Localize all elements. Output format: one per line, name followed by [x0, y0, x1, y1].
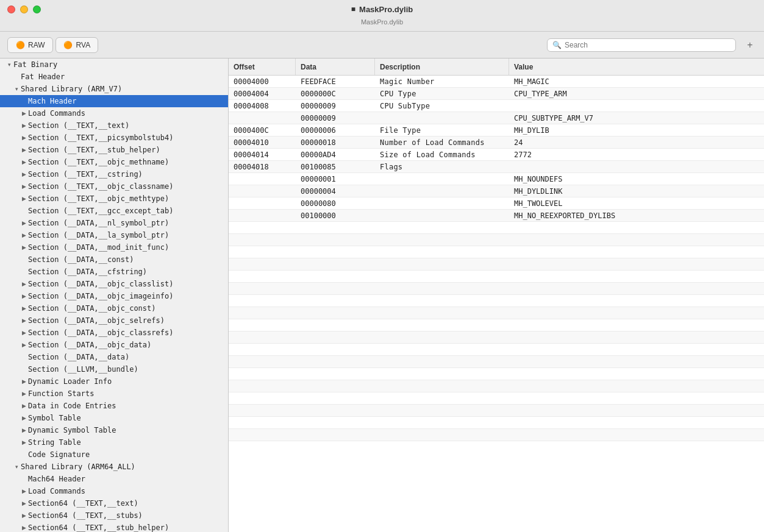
minimize-button[interactable] [20, 5, 28, 13]
sidebar-item-dynamic-loader-info[interactable]: ▶Dynamic Loader Info [0, 375, 228, 388]
cell-data [296, 417, 375, 428]
cell-offset [229, 319, 296, 331]
table-row[interactable] [229, 319, 764, 332]
table-row[interactable] [229, 417, 764, 429]
table-row[interactable] [229, 246, 764, 258]
search-input[interactable] [565, 41, 730, 49]
sidebar-item-section-text-objc-methtype[interactable]: ▶Section (__TEXT,__objc_methtype) [0, 193, 228, 205]
table-row[interactable]: 0000400800000009CPU SubType [229, 100, 764, 112]
rva-button[interactable]: 🟠 RVA [55, 37, 99, 53]
table-row[interactable] [229, 429, 764, 441]
sidebar-item-section-data-objc-selrefs[interactable]: ▶Section (__DATA,__objc_selrefs) [0, 314, 228, 327]
table-row[interactable]: 00100000MH_NO_REEXPORTED_DYLIBS [229, 210, 764, 222]
sidebar-item-load-commands-64[interactable]: ▶Load Commands [0, 485, 228, 497]
sidebar-item-section-text-objc-methname[interactable]: ▶Section (__TEXT,__objc_methname) [0, 156, 228, 168]
sidebar-item-section64-text-text[interactable]: ▶Section64 (__TEXT,__text) [0, 497, 228, 509]
sidebar-item-section-data-objc-classlist[interactable]: ▶Section (__DATA,__objc_classlist) [0, 278, 228, 290]
table-row[interactable]: 0000401000000018Number of Load Commands2… [229, 137, 764, 149]
cell-data: 00000018 [296, 137, 375, 148]
table-row[interactable] [229, 283, 764, 295]
close-button[interactable] [7, 5, 15, 13]
sidebar-item-shared-library-arm64-all[interactable]: ▾Shared Library (ARM64_ALL) [0, 461, 228, 473]
sidebar-item-mach64-header[interactable]: Mach64 Header [0, 473, 228, 485]
cell-offset [229, 234, 296, 246]
sidebar-item-section-data-mod-init-func[interactable]: ▶Section (__DATA,__mod_init_func) [0, 241, 228, 254]
cell-data [296, 222, 375, 233]
cell-offset [229, 392, 296, 404]
table-row[interactable]: 0000401800100085Flags [229, 161, 764, 173]
sidebar-item-string-table[interactable]: ▶String Table [0, 436, 228, 449]
table-row[interactable] [229, 234, 764, 246]
cell-offset [229, 222, 296, 233]
chevron-icon: ▶ [20, 438, 28, 447]
cell-value [509, 392, 764, 404]
sidebar-item-fat-binary[interactable]: ▾Fat Binary [0, 59, 228, 71]
table-row[interactable] [229, 271, 764, 283]
sidebar-item-fat-header[interactable]: Fat Header [0, 71, 228, 83]
table-row[interactable] [229, 307, 764, 319]
cell-description [375, 417, 509, 428]
table-row[interactable] [229, 222, 764, 234]
table-row[interactable]: 0000401400000AD4Size of Load Commands277… [229, 149, 764, 161]
sidebar-item-section-text-gcc-except-tab[interactable]: Section (__TEXT,__gcc_except_tab) [0, 205, 228, 217]
sidebar-item-dynamic-symbol-table[interactable]: ▶Dynamic Symbol Table [0, 424, 228, 436]
sidebar-item-symbol-table[interactable]: ▶Symbol Table [0, 412, 228, 424]
table-row[interactable]: 0000400C00000006File TypeMH_DYLIB [229, 124, 764, 137]
sidebar-item-section-data-objc-data[interactable]: ▶Section (__DATA,__objc_data) [0, 339, 228, 351]
chevron-icon: ▶ [20, 511, 28, 520]
sidebar-item-section64-text-stubs[interactable]: ▶Section64 (__TEXT,__stubs) [0, 509, 228, 522]
sidebar-item-section-data-la-symbol-ptr[interactable]: ▶Section (__DATA,__la_symbol_ptr) [0, 229, 228, 241]
cell-description [375, 222, 509, 233]
cell-data: 00000001 [296, 173, 375, 185]
sidebar-item-section-data-objc-classrefs[interactable]: ▶Section (__DATA,__objc_classrefs) [0, 327, 228, 339]
table-row[interactable] [229, 356, 764, 368]
sidebar-item-section-text-cstring[interactable]: ▶Section (__TEXT,__cstring) [0, 168, 228, 180]
sidebar-item-section-data-data[interactable]: Section (__DATA,__data) [0, 351, 228, 363]
table-row[interactable]: 00000009CPU_SUBTYPE_ARM_V7 [229, 112, 764, 124]
sidebar-item-data-in-code-entries[interactable]: ▶Data in Code Entries [0, 400, 228, 412]
sidebar-item-mach-header[interactable]: Mach Header [0, 95, 228, 107]
table-row[interactable] [229, 258, 764, 271]
chevron-icon: ▾ [5, 60, 13, 69]
sidebar-item-section-text-objc-classname[interactable]: ▶Section (__TEXT,__objc_classname) [0, 180, 228, 193]
table-row[interactable]: 00000001MH_NOUNDEFS [229, 173, 764, 185]
sidebar-item-section-text-stub-helper[interactable]: ▶Section (__TEXT,__stub_helper) [0, 144, 228, 156]
cell-value [509, 380, 764, 392]
table-row[interactable]: 00000080MH_TWOLEVEL [229, 197, 764, 210]
raw-button[interactable]: 🟠 RAW [7, 37, 53, 53]
chevron-icon: ▶ [20, 219, 28, 227]
sidebar-item-section-data-const[interactable]: Section (__DATA,__const) [0, 254, 228, 266]
table-row[interactable] [229, 405, 764, 417]
add-button[interactable]: + [743, 38, 757, 52]
window-title: ■ MaskPro.dylib [351, 5, 413, 14]
table-row[interactable]: 00000004MH_DYLDLINK [229, 185, 764, 197]
table-row[interactable]: 00004000FEEDFACEMagic NumberMH_MAGIC [229, 76, 764, 88]
sidebar-item-load-commands[interactable]: ▶Load Commands [0, 107, 228, 119]
table-row[interactable] [229, 380, 764, 392]
rva-label: RVA [76, 41, 91, 49]
chevron-icon: ▶ [20, 243, 28, 252]
table-row[interactable]: 000040040000000CCPU TypeCPU_TYPE_ARM [229, 88, 764, 100]
sidebar-item-section64-text-stub-helper[interactable]: ▶Section64 (__TEXT,__stub_helper) [0, 522, 228, 532]
sidebar-item-code-signature[interactable]: Code Signature [0, 449, 228, 461]
maximize-button[interactable] [33, 5, 41, 13]
sidebar-item-label: Section (__LLVM,__bundle) [28, 365, 138, 374]
sidebar-item-function-starts[interactable]: ▶Function Starts [0, 388, 228, 400]
table-row[interactable] [229, 295, 764, 307]
sidebar-item-section-data-objc-const[interactable]: ▶Section (__DATA,__objc_const) [0, 302, 228, 314]
table-row[interactable] [229, 368, 764, 380]
table-row[interactable] [229, 344, 764, 356]
sidebar-item-section-data-nl-symbol-ptr[interactable]: ▶Section (__DATA,__nl_symbol_ptr) [0, 217, 228, 229]
table-row[interactable] [229, 392, 764, 405]
sidebar-item-section-data-objc-imageinfo[interactable]: ▶Section (__DATA,__objc_imageinfo) [0, 290, 228, 302]
table-header: Offset Data Description Value [229, 59, 764, 76]
table-row[interactable] [229, 332, 764, 344]
cell-description: Size of Load Commands [375, 149, 509, 160]
col-value: Value [509, 59, 764, 75]
sidebar-item-section-text-text[interactable]: ▶Section (__TEXT,__text) [0, 119, 228, 132]
sidebar-item-section-text-picsymbolstub4[interactable]: ▶Section (__TEXT,__picsymbolstub4) [0, 132, 228, 144]
sidebar-item-section-llvm-bundle[interactable]: Section (__LLVM,__bundle) [0, 363, 228, 375]
sidebar-item-section-data-cfstring[interactable]: Section (__DATA,__cfstring) [0, 266, 228, 278]
sidebar-item-shared-library-arm-v7[interactable]: ▾Shared Library (ARM_V7) [0, 83, 228, 95]
sidebar-item-label: Section (__DATA,__data) [28, 353, 129, 361]
